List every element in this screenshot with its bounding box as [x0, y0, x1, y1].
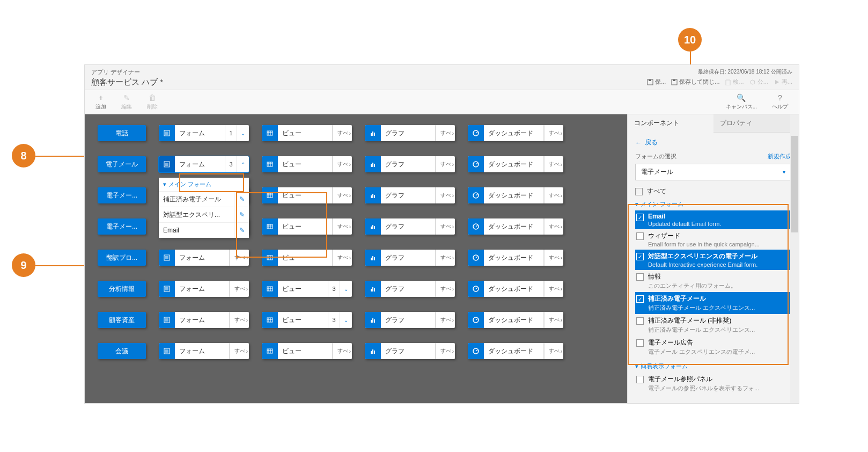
form-tile[interactable]: フォーム すべ› — [159, 250, 249, 266]
entity-button[interactable]: 分析情報 — [98, 281, 146, 297]
chart-tile[interactable]: グラフ すべ› — [365, 125, 455, 141]
all-label[interactable]: すべ› — [436, 312, 455, 328]
checkbox-icon[interactable] — [636, 376, 644, 383]
all-label[interactable]: すべ› — [333, 218, 352, 235]
view-tile[interactable]: ビュー すべ› — [262, 156, 352, 172]
checkbox-icon[interactable] — [636, 317, 644, 325]
checkbox-icon[interactable]: ✓ — [636, 253, 644, 260]
dropdown-item[interactable]: Email✎ — [159, 222, 249, 238]
save-button[interactable]: 保... — [647, 78, 666, 86]
chart-tile[interactable]: グラフ すべ› — [365, 218, 455, 235]
form-tile[interactable]: フォーム すべ› — [159, 312, 249, 328]
all-label[interactable]: すべ› — [230, 250, 249, 266]
all-label[interactable]: すべ› — [230, 343, 249, 359]
delete-button[interactable]: 🗑 削除 — [147, 93, 158, 111]
view-tile[interactable]: ビュー すべ› — [262, 187, 352, 203]
all-label[interactable]: すべ› — [230, 281, 249, 297]
entity-button[interactable]: 電子メー... — [98, 187, 146, 203]
dashboard-tile[interactable]: ダッシュボード すべ› — [468, 343, 563, 359]
all-label[interactable]: すべ› — [230, 312, 249, 328]
all-label[interactable]: すべ› — [333, 187, 352, 203]
chart-tile[interactable]: グラフ すべ› — [365, 156, 455, 172]
checkbox-icon[interactable] — [636, 273, 644, 281]
form-tile[interactable]: フォーム 1⌄ — [159, 125, 249, 141]
chart-tile[interactable]: グラフ すべ› — [365, 250, 455, 266]
dashboard-tile[interactable]: ダッシュボード すべ› — [468, 187, 563, 203]
entity-select[interactable]: 電子メール ▾ — [635, 164, 791, 180]
help-button[interactable]: ? ヘルプ — [772, 93, 788, 111]
all-label[interactable]: すべ› — [544, 125, 563, 141]
dashboard-tile[interactable]: ダッシュボード すべ› — [468, 312, 563, 328]
entity-button[interactable]: 会議 — [98, 343, 146, 359]
dashboard-tile[interactable]: ダッシュボード すべ› — [468, 125, 563, 141]
view-tile[interactable]: ビュー 3⌄ — [262, 312, 352, 328]
tab-components[interactable]: コンポーネント — [628, 114, 713, 133]
all-label[interactable]: すべ› — [333, 125, 352, 141]
all-label[interactable]: すべ› — [436, 125, 455, 141]
form-list-item[interactable]: ✓EmailUpdated default Email form. — [635, 210, 791, 229]
checkbox-icon[interactable] — [636, 232, 644, 240]
add-button[interactable]: + 追加 — [95, 93, 106, 111]
form-list-item[interactable]: ウィザードEmail form for use in the quick cam… — [635, 229, 791, 250]
view-tile[interactable]: ビュー すべ› — [262, 250, 352, 266]
all-label[interactable]: すべ› — [436, 218, 455, 235]
checkbox-icon[interactable] — [636, 339, 644, 347]
save-close-button[interactable]: 保存して閉じ... — [671, 78, 719, 86]
validate-button[interactable]: 検... — [725, 78, 744, 86]
form-list-item[interactable]: 情報このエンティティ用のフォーム。 — [635, 270, 791, 292]
form-list-item[interactable]: 電子メール参照パネル電子メールの参照パネルを表示するフォ... — [635, 373, 791, 395]
all-label[interactable]: すべ› — [436, 250, 455, 266]
all-label[interactable]: すべ› — [333, 250, 352, 266]
group-quick-forms[interactable]: ▾ 簡易表示フォーム — [635, 362, 791, 370]
all-label[interactable]: すべ› — [436, 156, 455, 172]
entity-button[interactable]: 顧客資産 — [98, 312, 146, 328]
view-tile[interactable]: ビュー すべ› — [262, 125, 352, 141]
publish-button[interactable]: 公... — [749, 78, 768, 86]
chevron-up-icon[interactable]: ⌃ — [237, 156, 249, 172]
chart-tile[interactable]: グラフ すべ› — [365, 187, 455, 203]
form-list-item[interactable]: ✓対話型エクスペリエンスの電子メールDefault Interactive ex… — [635, 250, 791, 270]
view-tile[interactable]: ビュー すべ› — [262, 218, 352, 235]
chart-tile[interactable]: グラフ すべ› — [365, 343, 455, 359]
dashboard-tile[interactable]: ダッシュボード すべ› — [468, 250, 563, 266]
play-button[interactable]: 再... — [774, 78, 792, 86]
scrollbar-thumb[interactable] — [791, 136, 798, 232]
entity-button[interactable]: 翻訳プロ... — [98, 250, 146, 266]
chevron-down-icon[interactable]: ⌄ — [340, 281, 352, 297]
all-label[interactable]: すべ› — [436, 187, 455, 203]
panel-scrollbar[interactable] — [790, 114, 799, 403]
all-label[interactable]: すべ› — [544, 250, 563, 266]
group-main-forms[interactable]: ▾ メイン フォーム — [635, 200, 791, 208]
edit-icon[interactable]: ✎ — [234, 192, 249, 207]
form-tile[interactable]: フォーム すべ› — [159, 343, 249, 359]
all-label[interactable]: すべ› — [333, 156, 352, 172]
view-tile[interactable]: ビュー 3⌄ — [262, 281, 352, 297]
dashboard-tile[interactable]: ダッシュボード すべ› — [468, 281, 563, 297]
chart-tile[interactable]: グラフ すべ› — [365, 312, 455, 328]
tab-properties[interactable]: プロパティ — [713, 114, 799, 133]
edit-button[interactable]: ✎ 編集 — [121, 93, 132, 111]
all-label[interactable]: すべ› — [544, 218, 563, 235]
all-label[interactable]: すべ› — [544, 281, 563, 297]
dashboard-tile[interactable]: ダッシュボード すべ› — [468, 156, 563, 172]
view-tile[interactable]: ビュー すべ› — [262, 343, 352, 359]
form-list-item[interactable]: 補正済み電子メール (非推奨)補正済み電子メール エクスペリエンス... — [635, 314, 791, 336]
form-list-item[interactable]: ✓補正済み電子メール補正済み電子メール エクスペリエンス... — [635, 292, 791, 314]
chevron-down-icon[interactable]: ⌄ — [237, 125, 249, 141]
back-link[interactable]: ← 戻る — [635, 138, 791, 147]
all-label[interactable]: すべ› — [436, 343, 455, 359]
entity-button[interactable]: 電子メー... — [98, 218, 146, 235]
chevron-down-icon[interactable]: ⌄ — [340, 312, 352, 328]
form-tile[interactable]: フォーム すべ› — [159, 281, 249, 297]
chart-tile[interactable]: グラフ すべ› — [365, 281, 455, 297]
all-label[interactable]: すべ› — [544, 343, 563, 359]
check-all[interactable]: すべて — [635, 187, 791, 196]
edit-icon[interactable]: ✎ — [234, 207, 249, 222]
dashboard-tile[interactable]: ダッシュボード すべ› — [468, 218, 563, 235]
all-label[interactable]: すべ› — [544, 187, 563, 203]
entity-button[interactable]: 電子メール — [98, 156, 146, 172]
form-list-item[interactable]: 電子メール広告電子メール エクスペリエンスの電子メ... — [635, 336, 791, 358]
canvas[interactable]: 電話 フォーム 1⌄ ビュー すべ› グラフ すべ› ダッシュボード すべ› 電… — [85, 114, 627, 403]
canvas-button[interactable]: 🔍 キャンバス... — [726, 93, 757, 111]
checkbox-icon[interactable]: ✓ — [636, 295, 644, 303]
